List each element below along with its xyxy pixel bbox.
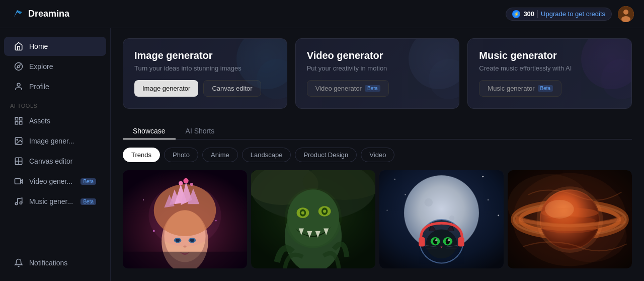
svg-point-18 xyxy=(20,202,22,204)
sidebar-item-label: Explore xyxy=(29,62,53,71)
video-gen-beta: Beta xyxy=(80,178,96,185)
user-icon xyxy=(14,82,23,91)
image-gen-buttons: Image generator Canvas editor xyxy=(134,80,276,97)
svg-rect-93 xyxy=(419,237,425,247)
svg-point-86 xyxy=(435,239,437,241)
tab-ai-shorts[interactable]: AI Shorts xyxy=(176,123,225,139)
svg-point-3 xyxy=(15,63,23,71)
image-card-bg-decoration xyxy=(206,39,287,109)
sidebar-item-assets[interactable]: Assets xyxy=(4,111,106,130)
sidebar-item-canvas-editor[interactable]: Canvas editor xyxy=(4,152,106,171)
svg-rect-15 xyxy=(15,179,21,184)
video-gen-btn-label: Video generator xyxy=(315,85,362,92)
svg-point-42 xyxy=(183,245,186,247)
monster-image xyxy=(251,170,375,268)
dreamina-logo-icon xyxy=(10,7,24,21)
svg-rect-94 xyxy=(458,237,464,247)
app-header: Dreamina ⚡ 300 Upgrade to get credits xyxy=(0,0,644,28)
svg-point-41 xyxy=(190,239,194,242)
music-icon xyxy=(14,197,23,206)
grid-icon xyxy=(14,116,23,125)
svg-point-1 xyxy=(623,10,628,15)
sidebar-item-label: Image gener... xyxy=(29,137,74,145)
image-gen-desc: Turn your ideas into stunning images xyxy=(134,64,276,72)
app-name: Dreamina xyxy=(28,9,69,19)
svg-point-106 xyxy=(545,200,574,219)
gallery-image-3[interactable] xyxy=(379,170,504,268)
image-gen-title: Image generator xyxy=(134,50,276,61)
svg-point-17 xyxy=(15,202,18,205)
canvas-icon xyxy=(14,157,23,166)
svg-point-65 xyxy=(394,179,395,180)
filter-video[interactable]: Video xyxy=(361,148,394,162)
sidebar-item-label: Notifications xyxy=(29,259,67,267)
filter-pills: Trends Photo Anime Landscape Product Des… xyxy=(123,148,632,162)
video-gen-buttons: Video generator Beta xyxy=(307,80,448,97)
sidebar-item-label: Home xyxy=(29,42,48,50)
svg-point-43 xyxy=(153,230,155,232)
music-gen-title: Music generator xyxy=(479,50,620,61)
sidebar-item-notifications[interactable]: Notifications xyxy=(4,253,106,272)
svg-point-73 xyxy=(425,198,433,206)
filter-trends[interactable]: Trends xyxy=(123,148,160,162)
upgrade-link[interactable]: Upgrade to get credits xyxy=(541,10,605,18)
gallery-image-2[interactable] xyxy=(251,170,375,268)
canvas-editor-button[interactable]: Canvas editor xyxy=(203,80,261,97)
music-generator-card: Music generator Create music effortlessl… xyxy=(467,38,632,109)
header-right: ⚡ 300 Upgrade to get credits xyxy=(506,6,634,22)
user-avatar[interactable] xyxy=(618,6,634,22)
music-gen-beta: Beta xyxy=(80,198,96,205)
svg-point-11 xyxy=(17,139,18,140)
tab-showcase[interactable]: Showcase xyxy=(123,123,176,139)
filter-product-design[interactable]: Product Design xyxy=(295,148,357,162)
image-icon xyxy=(14,136,23,146)
cat-moon-image xyxy=(379,170,504,268)
sidebar-item-explore[interactable]: Explore xyxy=(4,57,106,76)
sidebar-item-music-gen[interactable]: Music gener... Beta xyxy=(4,192,106,211)
feature-cards: Image generator Turn your ideas into stu… xyxy=(123,38,632,109)
image-grid xyxy=(123,170,632,268)
fantasy-girl-image xyxy=(123,170,247,268)
svg-rect-46 xyxy=(123,252,247,268)
image-generator-button[interactable]: Image generator xyxy=(134,80,198,97)
sidebar-item-label: Video gener... xyxy=(29,177,72,185)
filter-photo[interactable]: Photo xyxy=(164,148,198,162)
svg-point-45 xyxy=(143,199,144,200)
showcase-tabs: Showcase AI Shorts xyxy=(123,123,632,139)
svg-point-74 xyxy=(449,216,454,221)
svg-rect-8 xyxy=(15,122,18,124)
svg-point-40 xyxy=(176,239,180,242)
app-logo[interactable]: Dreamina xyxy=(10,7,69,21)
svg-point-77 xyxy=(426,230,457,259)
credits-badge[interactable]: ⚡ 300 Upgrade to get credits xyxy=(506,8,612,21)
video-generator-button[interactable]: Video generator Beta xyxy=(307,80,389,97)
music-beta-tag: Beta xyxy=(538,85,553,92)
video-beta-tag: Beta xyxy=(365,85,380,92)
video-generator-card: Video generator Put your creativity in m… xyxy=(295,38,460,109)
sidebar-item-label: Music gener... xyxy=(29,197,73,205)
filter-landscape[interactable]: Landscape xyxy=(242,148,291,162)
sidebar-item-home[interactable]: Home xyxy=(4,37,106,56)
svg-marker-4 xyxy=(17,65,20,68)
music-gen-btn-label: Music generator xyxy=(488,85,534,92)
video-gen-title: Video generator xyxy=(307,50,448,61)
sidebar-item-image-gen[interactable]: Image gener... xyxy=(4,131,106,151)
video-card-bg-decoration xyxy=(378,39,459,109)
svg-point-87 xyxy=(448,239,450,241)
avatar-img xyxy=(618,6,634,22)
svg-point-63 xyxy=(285,188,342,248)
filter-anime[interactable]: Anime xyxy=(202,148,238,162)
svg-point-70 xyxy=(498,215,499,216)
home-icon xyxy=(14,42,23,51)
sidebar-item-profile[interactable]: Profile xyxy=(4,77,106,96)
gallery-image-1[interactable] xyxy=(123,170,247,268)
gallery-image-4[interactable] xyxy=(508,170,632,268)
main-layout: Home Explore Profile AI tools xyxy=(0,28,644,281)
sidebar: Home Explore Profile AI tools xyxy=(0,28,111,281)
svg-point-66 xyxy=(482,176,484,177)
compass-icon xyxy=(14,62,23,71)
music-gen-desc: Create music effortlessly with AI xyxy=(479,64,620,72)
sidebar-item-video-gen[interactable]: Video gener... Beta xyxy=(4,172,106,191)
svg-point-2 xyxy=(621,16,630,22)
music-generator-button[interactable]: Music generator Beta xyxy=(479,80,561,97)
